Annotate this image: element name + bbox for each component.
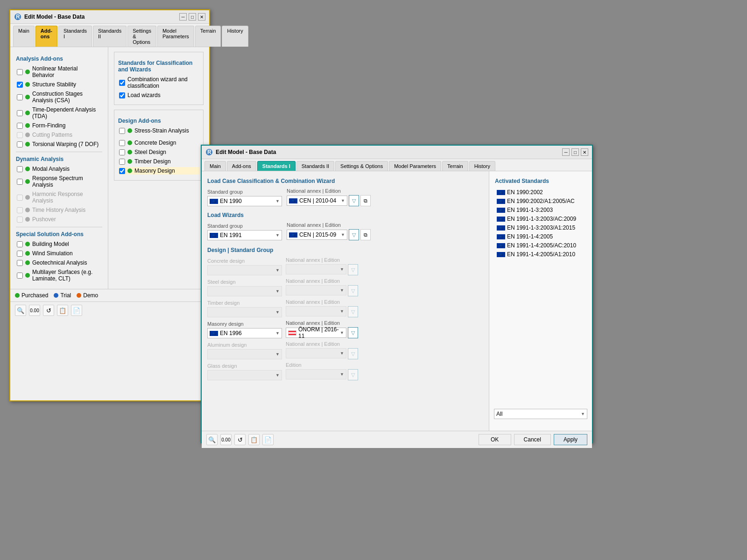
cancel-button[interactable]: Cancel xyxy=(514,434,551,445)
item-tda[interactable]: Time-Dependent Analysis (TDA) xyxy=(16,106,102,120)
doc-toolbar-btn-back[interactable]: 📄 xyxy=(71,305,82,316)
select-masonry[interactable]: 🇪🇺 EN 1996 ▼ xyxy=(207,328,282,338)
check-multilayer[interactable] xyxy=(17,273,23,279)
tab-terrain-back[interactable]: Terrain xyxy=(195,26,221,47)
tab-history-front[interactable]: History xyxy=(469,161,495,171)
copy-btn-lc[interactable]: ⧉ xyxy=(360,195,371,206)
dot-modal xyxy=(25,167,30,171)
close-btn-back[interactable]: ✕ xyxy=(198,13,205,21)
check-tda[interactable] xyxy=(17,110,23,116)
item-response[interactable]: Response Spectrum Analysis xyxy=(16,175,102,189)
doc-toolbar-btn-front[interactable]: 📄 xyxy=(262,434,274,445)
arrow-masonry: ▼ xyxy=(275,331,280,336)
check-csa[interactable] xyxy=(17,94,23,100)
all-select[interactable]: All ▼ xyxy=(494,409,587,419)
item-concrete[interactable]: Concrete Design xyxy=(118,139,199,147)
check-wind[interactable] xyxy=(17,251,23,257)
label-stress-strain: Stress-Strain Analysis xyxy=(134,127,189,134)
check-harmonic[interactable] xyxy=(17,195,23,201)
check-timber[interactable] xyxy=(119,159,125,165)
item-csa[interactable]: Construction Stages Analysis (CSA) xyxy=(16,90,102,104)
item-multilayer[interactable]: Multilayer Surfaces (e.g. Laminate, CLT) xyxy=(16,268,102,282)
check-pushover[interactable] xyxy=(17,217,23,223)
item-combo-wizard[interactable]: Combination wizard and classification xyxy=(118,76,199,90)
check-timehistory[interactable] xyxy=(17,207,23,213)
check-concrete[interactable] xyxy=(119,140,125,146)
item-geotech[interactable]: Geotechnical Analysis xyxy=(16,259,102,266)
refresh-toolbar-btn-front[interactable]: ↺ xyxy=(234,434,246,445)
tab-settings-back[interactable]: Settings & Options xyxy=(127,26,156,47)
tab-main-back[interactable]: Main xyxy=(13,26,35,47)
check-steel[interactable] xyxy=(119,149,125,155)
filter-btn-lw[interactable]: ▽ xyxy=(349,229,359,240)
minimize-btn-front[interactable]: ─ xyxy=(562,148,570,156)
check-cutting[interactable] xyxy=(17,132,23,138)
select-std-group-lw[interactable]: 🇪🇺 EN 1991 ▼ xyxy=(207,230,282,240)
select-national-annex-lc[interactable]: 🇪🇺 CEN | 2010-04 ▼ xyxy=(287,196,347,206)
item-timber[interactable]: Timber Design xyxy=(118,158,199,165)
title-controls-back[interactable]: ─ □ ✕ xyxy=(179,13,205,21)
title-controls-front[interactable]: ─ □ ✕ xyxy=(562,148,588,156)
check-combo-wizard[interactable] xyxy=(119,80,125,86)
check-masonry-back[interactable] xyxy=(119,168,125,174)
item-masonry-back[interactable]: Masonry Design xyxy=(118,167,199,175)
item-building[interactable]: Building Model xyxy=(16,240,102,248)
item-steel[interactable]: Steel Design xyxy=(118,148,199,156)
num-toolbar-btn-front[interactable]: 0.00 xyxy=(220,434,232,445)
check-response[interactable] xyxy=(17,179,23,185)
minimize-btn-back[interactable]: ─ xyxy=(179,13,187,21)
filter-btn-lc[interactable]: ▽ xyxy=(349,195,359,206)
maximize-btn-front[interactable]: □ xyxy=(571,148,579,156)
refresh-toolbar-btn-back[interactable]: ↺ xyxy=(43,305,54,316)
copy-toolbar-btn-back[interactable]: 📋 xyxy=(57,305,68,316)
apply-button[interactable]: Apply xyxy=(554,434,587,445)
text-national-annex-lw: CEN | 2015-09 xyxy=(299,231,336,238)
label-std-group-lc: Standard group xyxy=(207,189,282,195)
tab-modelparams-back[interactable]: Model Parameters xyxy=(157,26,194,47)
tab-main-front[interactable]: Main xyxy=(204,161,226,171)
item-torsional[interactable]: Torsional Warping (7 DOF) xyxy=(16,140,102,148)
text-masonry-annex: ÖNORM | 2016-11 xyxy=(298,326,340,339)
tab-standards2-back[interactable]: Standards II xyxy=(93,26,127,47)
item-formfinding[interactable]: Form-Finding xyxy=(16,122,102,129)
tab-settings-front[interactable]: Settings & Options xyxy=(335,161,388,171)
search-toolbar-btn-front[interactable]: 🔍 xyxy=(206,434,218,445)
check-load-wizards[interactable] xyxy=(119,92,125,98)
check-stress-strain[interactable] xyxy=(119,128,125,134)
filter-btn-masonry[interactable]: ▽ xyxy=(348,327,358,338)
select-national-annex-lw[interactable]: 🇪🇺 CEN | 2015-09 ▼ xyxy=(287,230,347,240)
check-geotech[interactable] xyxy=(17,260,23,266)
copy-btn-lw[interactable]: ⧉ xyxy=(360,229,371,240)
item-wind[interactable]: Wind Simulation xyxy=(16,250,102,257)
select-masonry-annex[interactable]: ÖNORM | 2016-11 ▼ xyxy=(286,328,346,338)
item-structure[interactable]: Structure Stability xyxy=(16,81,102,88)
content-area-back: Analysis Add-ons Nonlinear Material Beha… xyxy=(10,47,209,289)
check-nonlinear[interactable] xyxy=(17,69,23,75)
num-toolbar-btn-back[interactable]: 0.00 xyxy=(29,305,40,316)
check-torsional[interactable] xyxy=(17,141,23,147)
tab-terrain-front[interactable]: Terrain xyxy=(442,161,468,171)
close-btn-front[interactable]: ✕ xyxy=(581,148,588,156)
item-modal[interactable]: Modal Analysis xyxy=(16,165,102,173)
item-stress-strain[interactable]: Stress-Strain Analysis xyxy=(118,127,199,134)
masonry-annex-group: National annex | Edition ÖNORM | 2016-11… xyxy=(286,320,358,338)
maximize-btn-back[interactable]: □ xyxy=(189,13,196,21)
select-std-group-lc[interactable]: 🇪🇺 EN 1990 ▼ xyxy=(207,196,282,206)
search-toolbar-btn-back[interactable]: 🔍 xyxy=(15,305,26,316)
label-pushover: Pushover xyxy=(32,216,56,223)
ok-button[interactable]: OK xyxy=(479,434,511,445)
tab-addons-front[interactable]: Add-ons xyxy=(227,161,256,171)
tab-addons-back[interactable]: Add-ons xyxy=(35,26,57,47)
check-building[interactable] xyxy=(17,241,23,247)
check-modal[interactable] xyxy=(17,166,23,172)
item-nonlinear[interactable]: Nonlinear Material Behavior xyxy=(16,65,102,79)
tab-standards1-back[interactable]: Standards I xyxy=(58,26,92,47)
tab-standards1-front[interactable]: Standards I xyxy=(257,161,296,171)
copy-toolbar-btn-front[interactable]: 📋 xyxy=(248,434,260,445)
item-load-wizards[interactable]: Load wizards xyxy=(118,91,199,99)
check-formfinding[interactable] xyxy=(17,123,23,129)
tab-modelparams-front[interactable]: Model Parameters xyxy=(389,161,441,171)
check-structure[interactable] xyxy=(17,82,23,88)
tab-history-back[interactable]: History xyxy=(222,26,248,47)
tab-standards2-front[interactable]: Standards II xyxy=(296,161,334,171)
